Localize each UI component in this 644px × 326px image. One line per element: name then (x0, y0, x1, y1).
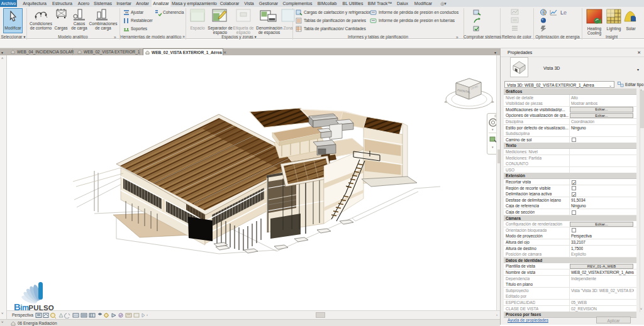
svg-text:Le: Le (560, 9, 567, 16)
